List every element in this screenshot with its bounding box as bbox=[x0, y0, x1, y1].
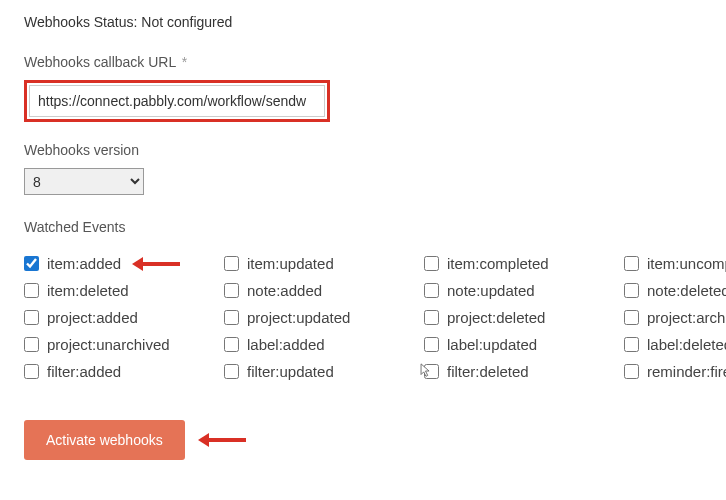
event-label: item:deleted bbox=[47, 282, 129, 299]
event-checkbox[interactable] bbox=[224, 364, 239, 379]
required-asterisk: * bbox=[182, 54, 187, 70]
event-label: item:updated bbox=[247, 255, 334, 272]
event-label: label:deleted bbox=[647, 336, 726, 353]
event-checkbox[interactable] bbox=[424, 364, 439, 379]
event-item[interactable]: filter:updated bbox=[224, 363, 424, 380]
callback-url-highlight-box bbox=[24, 80, 330, 122]
event-item[interactable]: note:updated bbox=[424, 282, 624, 299]
event-item[interactable]: item:completed bbox=[424, 255, 624, 272]
event-checkbox[interactable] bbox=[624, 256, 639, 271]
event-label: item:added bbox=[47, 255, 121, 272]
event-item[interactable]: item:added bbox=[24, 255, 224, 272]
event-label: item:completed bbox=[447, 255, 549, 272]
event-item[interactable]: reminder:fired bbox=[624, 363, 726, 380]
event-item[interactable]: note:deleted bbox=[624, 282, 726, 299]
event-checkbox[interactable] bbox=[224, 310, 239, 325]
event-item[interactable]: item:uncompleted bbox=[624, 255, 726, 272]
activate-webhooks-button[interactable]: Activate webhooks bbox=[24, 420, 185, 460]
event-label: label:added bbox=[247, 336, 325, 353]
watched-events-label: Watched Events bbox=[24, 219, 702, 235]
event-item[interactable]: label:updated bbox=[424, 336, 624, 353]
event-checkbox[interactable] bbox=[224, 337, 239, 352]
event-label: note:added bbox=[247, 282, 322, 299]
status-prefix: Webhooks Status: bbox=[24, 14, 137, 30]
arrow-icon bbox=[132, 257, 180, 271]
event-item[interactable]: project:updated bbox=[224, 309, 424, 326]
event-label: project:unarchived bbox=[47, 336, 170, 353]
event-checkbox[interactable] bbox=[624, 310, 639, 325]
event-label: project:archived bbox=[647, 309, 726, 326]
event-label: project:added bbox=[47, 309, 138, 326]
watched-events-grid: item:addeditem:updateditem:completeditem… bbox=[24, 255, 726, 380]
event-checkbox[interactable] bbox=[424, 256, 439, 271]
event-checkbox[interactable] bbox=[24, 283, 39, 298]
event-item[interactable]: project:archived bbox=[624, 309, 726, 326]
event-checkbox[interactable] bbox=[24, 310, 39, 325]
event-checkbox[interactable] bbox=[624, 337, 639, 352]
event-item[interactable]: item:deleted bbox=[24, 282, 224, 299]
version-select[interactable]: 8 bbox=[24, 168, 144, 195]
event-item[interactable]: project:deleted bbox=[424, 309, 624, 326]
event-item[interactable]: label:added bbox=[224, 336, 424, 353]
arrow-icon bbox=[198, 433, 246, 447]
webhooks-status: Webhooks Status: Not configured bbox=[24, 14, 702, 30]
status-value: Not configured bbox=[141, 14, 232, 30]
event-checkbox[interactable] bbox=[224, 256, 239, 271]
version-label: Webhooks version bbox=[24, 142, 702, 158]
event-label: filter:added bbox=[47, 363, 121, 380]
event-label: filter:deleted bbox=[447, 363, 529, 380]
callback-url-label: Webhooks callback URL * bbox=[24, 54, 702, 70]
event-item[interactable]: item:updated bbox=[224, 255, 424, 272]
event-item[interactable]: note:added bbox=[224, 282, 424, 299]
event-checkbox[interactable] bbox=[24, 256, 39, 271]
event-checkbox[interactable] bbox=[224, 283, 239, 298]
event-checkbox[interactable] bbox=[624, 364, 639, 379]
event-item[interactable]: filter:deleted bbox=[424, 363, 624, 380]
event-label: note:updated bbox=[447, 282, 535, 299]
event-item[interactable]: filter:added bbox=[24, 363, 224, 380]
event-checkbox[interactable] bbox=[24, 337, 39, 352]
event-label: note:deleted bbox=[647, 282, 726, 299]
event-label: label:updated bbox=[447, 336, 537, 353]
event-checkbox[interactable] bbox=[424, 283, 439, 298]
event-label: project:deleted bbox=[447, 309, 545, 326]
callback-url-input[interactable] bbox=[29, 85, 325, 117]
event-item[interactable]: label:deleted bbox=[624, 336, 726, 353]
event-item[interactable]: project:unarchived bbox=[24, 336, 224, 353]
event-label: project:updated bbox=[247, 309, 350, 326]
event-checkbox[interactable] bbox=[424, 310, 439, 325]
event-checkbox[interactable] bbox=[24, 364, 39, 379]
event-item[interactable]: project:added bbox=[24, 309, 224, 326]
event-checkbox[interactable] bbox=[624, 283, 639, 298]
event-label: item:uncompleted bbox=[647, 255, 726, 272]
event-label: reminder:fired bbox=[647, 363, 726, 380]
event-checkbox[interactable] bbox=[424, 337, 439, 352]
event-label: filter:updated bbox=[247, 363, 334, 380]
